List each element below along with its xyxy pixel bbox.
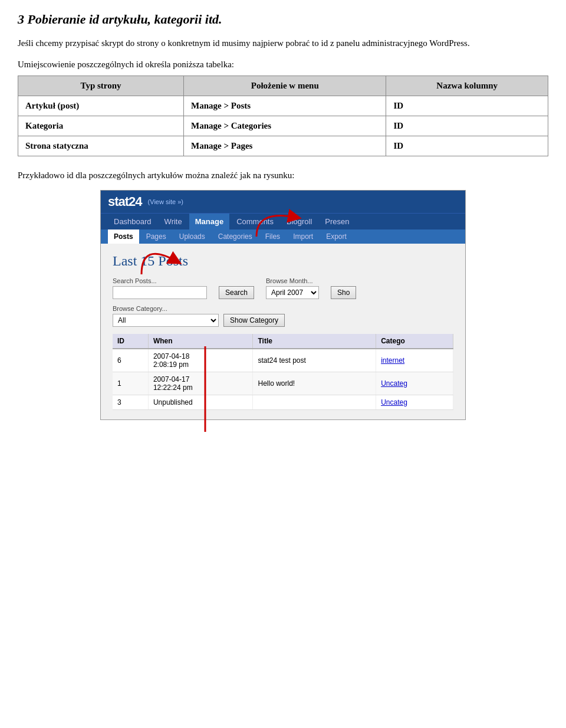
- search-field-group: Search Posts...: [113, 277, 207, 299]
- wp-header: stat24 (View site »): [101, 191, 465, 213]
- nav-manage[interactable]: Manage: [189, 214, 229, 229]
- table-row: 6 2007-04-18 2:08:19 pm stat24 test post…: [113, 349, 453, 372]
- red-arrow-id-icon: [187, 343, 223, 432]
- show-category-button[interactable]: Show Category: [223, 314, 285, 327]
- col-header-column: Nazwa kolumny: [386, 76, 548, 96]
- wp-view-site-link[interactable]: (View site »): [148, 198, 183, 205]
- subnav-posts[interactable]: Posts: [108, 229, 139, 244]
- subnav-uploads[interactable]: Uploads: [173, 229, 211, 244]
- wp-search-row: Search Posts... Search Browse Month... A…: [113, 277, 453, 299]
- post-category[interactable]: internet: [376, 349, 453, 372]
- nav-dashboard[interactable]: Dashboard: [108, 214, 157, 229]
- table-intro-text: Umiejscowienie poszczególnych id określa…: [18, 60, 548, 70]
- wp-category-row: Browse Category... All Show Category: [113, 305, 453, 327]
- nav-presen[interactable]: Presen: [319, 214, 355, 229]
- page-heading: 3 Pobieranie id artykułu, kategorii itd.: [18, 12, 548, 27]
- post-title: Hello world!: [253, 372, 376, 395]
- subnav-pages[interactable]: Pages: [140, 229, 172, 244]
- subnav-export[interactable]: Export: [320, 229, 353, 244]
- table-row: 1 2007-04-17 12:22:24 pm Hello world! Un…: [113, 372, 453, 395]
- subnav-files[interactable]: Files: [259, 229, 286, 244]
- screenshot-container: stat24 (View site ») Dashboard Write Man…: [18, 190, 548, 420]
- browse-category-label: Browse Category...: [113, 305, 219, 312]
- wordpress-screenshot: stat24 (View site ») Dashboard Write Man…: [100, 190, 466, 420]
- table-row: 3 Unpublished Uncateg: [113, 395, 453, 409]
- row3-position: Manage > Pages: [184, 136, 386, 156]
- table-row: Artykuł (post) Manage > Posts ID: [18, 96, 548, 116]
- subnav-import[interactable]: Import: [287, 229, 319, 244]
- show-button[interactable]: Sho: [331, 286, 356, 299]
- category-field-group: Browse Category... All: [113, 305, 219, 327]
- browse-month-label: Browse Month...: [266, 277, 319, 284]
- nav-blogroll[interactable]: Blogroll: [281, 214, 318, 229]
- table-row: Kategoria Manage > Categories ID: [18, 116, 548, 136]
- posts-col-category: Catego: [376, 334, 453, 349]
- nav-comments[interactable]: Comments: [231, 214, 279, 229]
- post-title: [253, 395, 376, 409]
- wp-subnav-bar: Posts Pages Uploads Categories Files Imp…: [101, 229, 465, 244]
- search-label: Search Posts...: [113, 277, 207, 284]
- row2-column: ID: [386, 116, 548, 136]
- search-button[interactable]: Search: [219, 286, 254, 299]
- row3-type: Strona statyczna: [18, 136, 184, 156]
- table-row: Strona statyczna Manage > Pages ID: [18, 136, 548, 156]
- row1-type: Artykuł (post): [18, 96, 184, 116]
- post-title: stat24 test post: [253, 349, 376, 372]
- wp-posts-table: ID When Title Catego 6 2007-04-18 2:08:1…: [113, 334, 453, 410]
- posts-col-title: Title: [253, 334, 376, 349]
- row2-type: Kategoria: [18, 116, 184, 136]
- intro-paragraph: Jeśli chcemy przypisać skrypt do strony …: [18, 37, 548, 50]
- wp-nav-bar: Dashboard Write Manage Comments Blogroll…: [101, 213, 465, 229]
- col-header-position: Położenie w menu: [184, 76, 386, 96]
- row1-column: ID: [386, 96, 548, 116]
- col-header-type: Typ strony: [18, 76, 184, 96]
- category-select[interactable]: All: [113, 314, 219, 327]
- post-category[interactable]: Uncateg: [376, 395, 453, 409]
- wp-logo: stat24: [108, 194, 142, 209]
- row2-position: Manage > Categories: [184, 116, 386, 136]
- example-paragraph: Przykładowo id dla poszczególnych artyku…: [18, 170, 548, 181]
- subnav-categories[interactable]: Categories: [212, 229, 258, 244]
- nav-write[interactable]: Write: [159, 214, 188, 229]
- search-input[interactable]: [113, 286, 207, 299]
- wp-content-area: Last 15 Posts Search Posts... Search Bro…: [101, 244, 465, 419]
- posts-col-id: ID: [113, 334, 148, 349]
- row1-position: Manage > Posts: [184, 96, 386, 116]
- wp-window: stat24 (View site ») Dashboard Write Man…: [100, 190, 466, 420]
- month-select[interactable]: April 2007: [266, 286, 319, 299]
- post-category[interactable]: Uncateg: [376, 372, 453, 395]
- main-table: Typ strony Położenie w menu Nazwa kolumn…: [18, 76, 548, 156]
- row3-column: ID: [386, 136, 548, 156]
- browse-month-group: Browse Month... April 2007: [266, 277, 319, 299]
- wp-page-title: Last 15 Posts: [113, 253, 453, 269]
- post-id: 1: [113, 372, 148, 395]
- post-id: 3: [113, 395, 148, 409]
- post-id: 6: [113, 349, 148, 372]
